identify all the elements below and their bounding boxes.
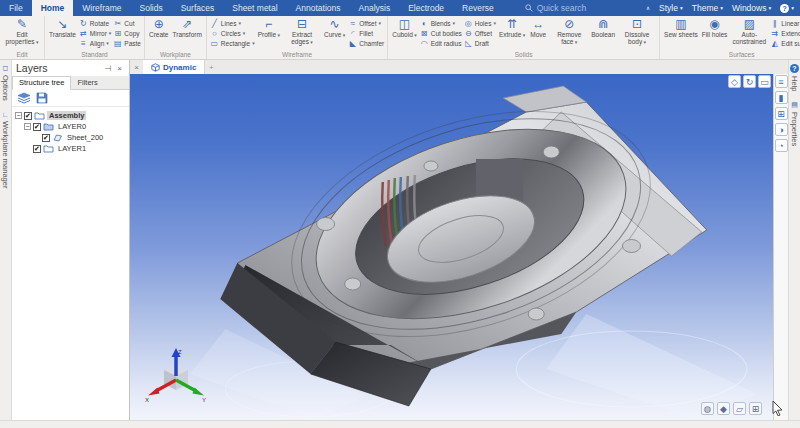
boolean-button[interactable]: ⋒Boolean: [589, 17, 617, 38]
close-icon[interactable]: ×: [114, 64, 125, 73]
checkbox[interactable]: ✔: [42, 134, 50, 142]
translate-button[interactable]: ↘Translate: [47, 17, 78, 38]
checkbox[interactable]: ✔: [33, 123, 41, 131]
move-icon: ↔: [532, 17, 544, 31]
layers-icon[interactable]: [17, 92, 31, 104]
dynamic-section-icon[interactable]: ◔: [775, 139, 788, 152]
tab-analysis[interactable]: Analysis: [350, 0, 400, 16]
tree-row-assembly[interactable]: −✔Assembly: [12, 110, 129, 121]
fill-holes-button[interactable]: ◉Fill holes: [700, 17, 730, 38]
tab-wireframe[interactable]: Wireframe: [73, 0, 130, 16]
button-label: Extract edges ▾: [284, 31, 320, 46]
orbit-view-icon[interactable]: ↻: [743, 75, 756, 88]
mirror-button[interactable]: ⇄Mirror▾: [79, 28, 111, 38]
help-icon: ?: [790, 64, 799, 73]
close-view-icon[interactable]: ×: [130, 60, 143, 74]
panel-tab-structure-tree[interactable]: Structure tree: [12, 76, 71, 90]
button-label: Extrude ▾: [499, 31, 525, 39]
iso-view-icon[interactable]: ◇: [728, 75, 741, 88]
view-tab-dynamic[interactable]: Dynamic: [143, 60, 205, 74]
edit-radius-button[interactable]: ◠Edit radius: [420, 38, 462, 48]
align-button[interactable]: ≡Align▾: [79, 38, 111, 48]
paste-button[interactable]: ▤Paste: [113, 38, 141, 48]
create-button[interactable]: ⊕Create: [147, 17, 171, 38]
rotate-view-icon[interactable]: ◍: [701, 402, 714, 415]
pin-icon[interactable]: ⊣: [101, 64, 114, 73]
offset-button[interactable]: ≈Offset▾: [348, 18, 384, 28]
boolean-icon: ⋒: [598, 17, 608, 31]
button-label: Transform: [172, 31, 201, 38]
shaded-view-icon[interactable]: ◑: [775, 123, 788, 136]
tab-solids[interactable]: Solids: [131, 0, 172, 16]
dock-tab-properties[interactable]: ▤Properties: [790, 101, 799, 146]
chamfer-button[interactable]: ◣Chamfer: [348, 38, 384, 48]
tab-electrode[interactable]: Electrode: [399, 0, 453, 16]
tab-surfaces[interactable]: Surfaces: [172, 0, 224, 16]
tree-row-sheet-200[interactable]: ✔Sheet_200: [12, 132, 129, 143]
edit-surface-button[interactable]: ◭Edit surface▾: [770, 38, 800, 48]
circles-button[interactable]: ○Circles▾: [210, 28, 255, 38]
extend-button[interactable]: ⇉Extend: [770, 28, 800, 38]
fillet-button[interactable]: ◜Fillet: [348, 28, 384, 38]
menu-style[interactable]: Style▾: [659, 3, 683, 13]
quick-search[interactable]: Quick search: [525, 0, 587, 16]
save-icon[interactable]: [36, 92, 48, 104]
draft-button[interactable]: ◺Draft: [464, 38, 496, 48]
rotate-button[interactable]: ↻Rotate: [79, 18, 111, 28]
dock-tab-options[interactable]: ◻Options: [1, 64, 10, 101]
copy-button[interactable]: ⊞Copy: [113, 28, 141, 38]
tree-row-layer1[interactable]: ✔LAYER1: [12, 143, 129, 154]
tab-sheet-metal[interactable]: Sheet metal: [223, 0, 286, 16]
expander-icon[interactable]: −: [24, 123, 31, 130]
tab-home[interactable]: Home: [32, 0, 74, 16]
extract-edges-button[interactable]: ⊟Extract edges ▾: [282, 17, 322, 46]
offset-button[interactable]: ⊖Offset: [464, 28, 496, 38]
edit-properties-button[interactable]: ✎Edit properties ▾: [2, 17, 42, 46]
holes-button[interactable]: ◎Holes▾: [464, 18, 496, 28]
auto-constrained-button[interactable]: ▨Auto-constrained: [729, 17, 769, 45]
menu-theme[interactable]: Theme▾: [692, 3, 723, 13]
checkbox[interactable]: ✔: [33, 145, 41, 153]
button-label: Align: [90, 40, 104, 47]
dock-tab-workplane-manager[interactable]: ∟Workplane manager: [1, 111, 10, 188]
linear-ruled-button[interactable]: ∥Linear ruled: [770, 18, 800, 28]
cut-button[interactable]: ✂Cut: [113, 18, 141, 28]
expander-icon[interactable]: −: [15, 112, 22, 119]
window-views-icon[interactable]: ⊞: [749, 402, 762, 415]
panel-tab-filters[interactable]: Filters: [71, 77, 103, 89]
tab-reverse[interactable]: Reverse: [453, 0, 503, 16]
chevron-down-icon: ▾: [413, 32, 417, 38]
sew-sheets-button[interactable]: ▥Sew sheets: [662, 17, 700, 38]
button-label: Paste: [124, 40, 141, 47]
dissolve-body-button[interactable]: ⊡Dissolve body ▾: [617, 17, 657, 46]
tab-annotations[interactable]: Annotations: [287, 0, 350, 16]
tab-file[interactable]: File: [0, 0, 32, 16]
add-view-icon[interactable]: +: [205, 60, 217, 74]
offset-icon: ⊖: [464, 29, 473, 38]
view-cube-icon[interactable]: ◆: [717, 402, 730, 415]
lines-button[interactable]: ╱Lines▾: [210, 18, 255, 28]
cad-model[interactable]: [130, 74, 788, 420]
view-menu-icon[interactable]: ≡: [775, 75, 788, 88]
multi-view-icon[interactable]: ⊞: [775, 107, 788, 120]
blends-button[interactable]: ◐Blends▾: [420, 18, 462, 28]
checkbox[interactable]: ✔: [24, 112, 32, 120]
tree-row-layer0[interactable]: −✔LAYER0: [12, 121, 129, 132]
cuboid-button[interactable]: ◫Cuboid ▾: [390, 17, 419, 39]
viewport-canvas[interactable]: Z X Y ◇↻▭ ≡▮⊞◑◔ ◍◆▱⊞: [130, 74, 788, 420]
move-button[interactable]: ↔Move: [527, 17, 549, 38]
extrude-button[interactable]: ⇈Extrude ▾: [497, 17, 527, 39]
remove-face-button[interactable]: ⊘Remove face ▾: [549, 17, 589, 46]
rectangle-button[interactable]: ▭Rectangle▾: [210, 38, 255, 48]
dock-tab-help[interactable]: ?Help: [790, 64, 799, 91]
curve-button[interactable]: ∿Curve ▾: [322, 17, 347, 39]
menu-windows[interactable]: Windows▾: [732, 3, 771, 13]
zoom-window-icon[interactable]: ▭: [758, 75, 771, 88]
pan-view-icon[interactable]: ▱: [733, 402, 746, 415]
help-menu[interactable]: ? ▾: [780, 4, 794, 13]
cut-bodies-button[interactable]: ⊠Cut bodies: [420, 28, 462, 38]
collapse-ribbon-icon[interactable]: ∧: [646, 5, 650, 11]
solid-display-icon[interactable]: ▮: [775, 91, 788, 104]
transform-button[interactable]: ⇗Transform: [170, 17, 203, 38]
profile-button[interactable]: ⌐Profile ▾: [256, 17, 282, 39]
